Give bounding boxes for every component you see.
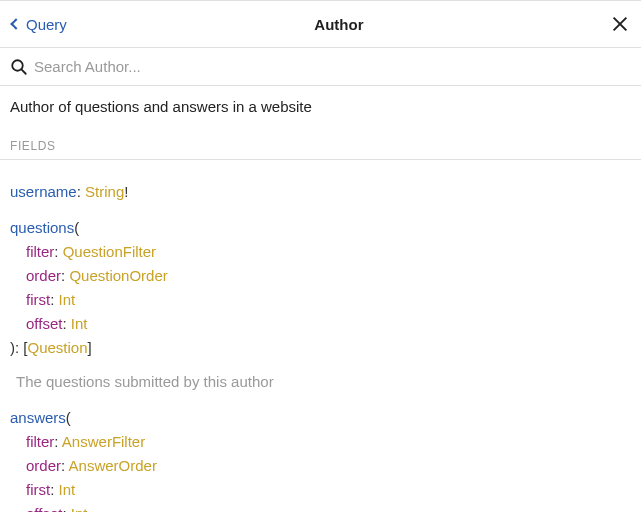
open-paren: (	[66, 409, 71, 426]
type-answerfilter[interactable]: AnswerFilter	[62, 433, 145, 450]
fields-list: username: String! questions( filter: Que…	[0, 160, 641, 512]
type-answerorder[interactable]: AnswerOrder	[69, 457, 157, 474]
search-input[interactable]	[34, 58, 631, 75]
field-name-username[interactable]: username	[10, 183, 77, 200]
arg-filter[interactable]: filter	[26, 243, 54, 260]
arg-order[interactable]: order	[26, 267, 61, 284]
search-row	[0, 48, 641, 86]
type-questionorder[interactable]: QuestionOrder	[69, 267, 167, 284]
type-int[interactable]: Int	[71, 315, 88, 332]
type-int[interactable]: Int	[59, 291, 76, 308]
arg-offset[interactable]: offset	[26, 315, 62, 332]
arg-first[interactable]: first	[26, 291, 50, 308]
arg-filter[interactable]: filter	[26, 433, 54, 450]
close-paren: ): [	[10, 339, 28, 356]
field-answers: answers( filter: AnswerFilter order: Ans…	[10, 406, 631, 512]
arg-offset[interactable]: offset	[26, 505, 62, 512]
arg-order[interactable]: order	[26, 457, 61, 474]
open-paren: (	[74, 219, 79, 236]
fields-section-label: FIELDS	[0, 129, 641, 160]
field-questions-description: The questions submitted by this author	[16, 370, 631, 394]
type-questionfilter[interactable]: QuestionFilter	[63, 243, 156, 260]
back-label: Query	[26, 16, 67, 33]
field-username: username: String!	[10, 180, 631, 204]
type-int[interactable]: Int	[59, 481, 76, 498]
type-question[interactable]: Question	[28, 339, 88, 356]
page-title: Author	[314, 16, 363, 33]
arg-first[interactable]: first	[26, 481, 50, 498]
chevron-left-icon	[10, 18, 21, 29]
close-button[interactable]	[611, 15, 629, 33]
header-bar: Query Author	[0, 0, 641, 48]
type-string[interactable]: String	[85, 183, 124, 200]
back-button[interactable]: Query	[12, 16, 67, 33]
field-questions: questions( filter: QuestionFilter order:…	[10, 216, 631, 394]
svg-line-1	[21, 69, 25, 73]
search-icon	[10, 58, 28, 76]
field-name-questions[interactable]: questions	[10, 219, 74, 236]
nonnull-bang: !	[124, 183, 128, 200]
field-name-answers[interactable]: answers	[10, 409, 66, 426]
type-int[interactable]: Int	[71, 505, 88, 512]
colon: :	[77, 183, 85, 200]
type-description: Author of questions and answers in a web…	[0, 86, 641, 129]
